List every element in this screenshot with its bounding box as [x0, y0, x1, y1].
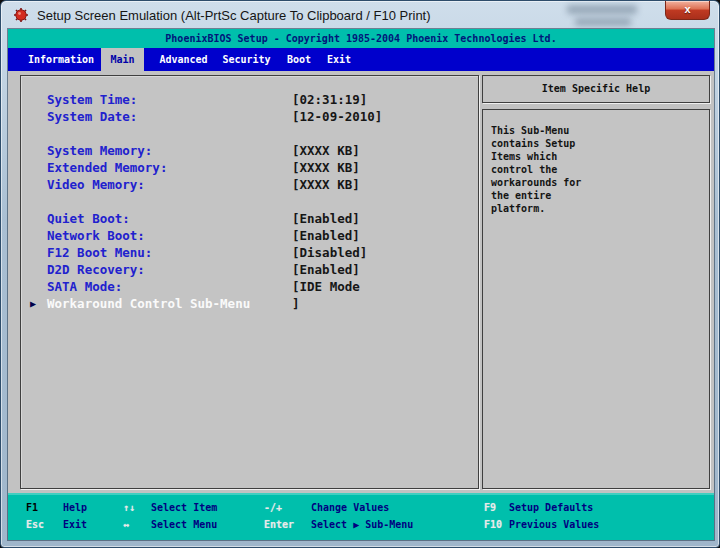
help-text-line: contains Setup [491, 137, 709, 150]
hint-desc: Exit [63, 519, 87, 531]
hint-key: -/+ [264, 502, 282, 514]
field-row-workaround-submenu[interactable]: ▶ Workaround Control Sub-Menu ] [21, 296, 478, 312]
tab-security[interactable]: Security [216, 48, 277, 71]
hint-key: ↔ [123, 519, 129, 531]
field-value: [Disabled] [292, 245, 367, 261]
tab-information[interactable]: Information [18, 48, 104, 71]
help-text-line: control the [491, 163, 709, 176]
emulator-window: Setup Screen Emulation (Alt-PrtSc Captur… [0, 0, 720, 548]
hint-desc: Previous Values [509, 519, 599, 531]
window-title: Setup Screen Emulation (Alt-PrtSc Captur… [37, 8, 431, 23]
field-value: [12-09-2010] [292, 109, 382, 125]
field-label: Video Memory: [47, 177, 145, 193]
field-label: D2D Recovery: [47, 262, 145, 278]
help-panel: Item Specific Help This Sub-Menu contain… [482, 75, 710, 489]
hint-key: F10 [484, 519, 502, 531]
titlebar-ghost-artifact [575, 18, 631, 26]
tab-main[interactable]: Main [101, 48, 144, 71]
field-value: [02:31:19] [292, 92, 367, 108]
submenu-arrow-icon: ▶ [30, 296, 36, 312]
hint-key: ↑↓ [123, 502, 135, 514]
field-label: Extended Memory: [47, 160, 167, 176]
field-row-system-memory[interactable]: System Memory: [XXXX KB] [21, 143, 478, 159]
field-value: [Enabled] [292, 211, 360, 227]
bios-body: System Time: [02:31:19] System Date: [12… [8, 71, 714, 493]
field-row-system-date[interactable]: System Date: [12-09-2010] [21, 109, 478, 125]
close-button[interactable]: x [665, 1, 710, 20]
field-value: [Enabled] [292, 228, 360, 244]
bios-menu-bar: Information Main Advanced Security Boot … [8, 48, 714, 71]
field-row-extended-memory[interactable]: Extended Memory: [XXXX KB] [21, 160, 478, 176]
help-text-line: workarounds for [491, 176, 709, 189]
help-text-line: Items which [491, 150, 709, 163]
field-row-f12-boot-menu[interactable]: F12 Boot Menu: [Disabled] [21, 245, 478, 261]
bios-screen: PhoenixBIOS Setup - Copyright 1985-2004 … [8, 29, 714, 540]
field-label: System Memory: [47, 143, 152, 159]
help-panel-content: This Sub-Menu contains Setup Items which… [482, 109, 710, 489]
field-value: [XXXX KB] [292, 143, 360, 159]
help-panel-title: Item Specific Help [482, 75, 710, 103]
hint-key: Enter [264, 519, 294, 531]
field-label: F12 Boot Menu: [47, 245, 152, 261]
app-icon[interactable] [13, 7, 29, 23]
field-row-quiet-boot[interactable]: Quiet Boot: [Enabled] [21, 211, 478, 227]
field-row-video-memory[interactable]: Video Memory: [XXXX KB] [21, 177, 478, 193]
field-value: [Enabled] [292, 262, 360, 278]
titlebar[interactable]: Setup Screen Emulation (Alt-PrtSc Captur… [1, 1, 719, 29]
field-label: Quiet Boot: [47, 211, 130, 227]
field-row-system-time[interactable]: System Time: [02:31:19] [21, 92, 478, 108]
field-value: ] [292, 296, 300, 312]
hint-desc: Select Menu [151, 519, 217, 531]
titlebar-ghost-artifact [567, 5, 637, 14]
help-text-line: the entire [491, 189, 709, 202]
help-text-line: This Sub-Menu [491, 124, 709, 137]
field-label: Network Boot: [47, 228, 145, 244]
field-label: SATA Mode: [47, 279, 122, 295]
hint-desc: Change Values [311, 502, 389, 514]
hint-desc: Select ▶ Sub-Menu [311, 519, 413, 531]
hint-desc: Select Item [151, 502, 217, 514]
field-value: [IDE Mode [292, 279, 360, 295]
hint-key: Esc [26, 519, 44, 531]
help-text-line: platform. [491, 202, 709, 215]
key-hints-bar: F1 Help ↑↓ Select Item -/+ Change Values… [8, 493, 714, 540]
hint-key: F1 [26, 502, 38, 514]
field-row-d2d-recovery[interactable]: D2D Recovery: [Enabled] [21, 262, 478, 278]
hint-desc: Help [63, 502, 87, 514]
main-settings-panel: System Time: [02:31:19] System Date: [12… [20, 75, 479, 489]
field-label: System Time: [47, 92, 137, 108]
tab-exit[interactable]: Exit [319, 48, 359, 71]
tab-advanced[interactable]: Advanced [152, 48, 215, 71]
field-row-network-boot[interactable]: Network Boot: [Enabled] [21, 228, 478, 244]
field-value: [XXXX KB] [292, 177, 360, 193]
field-label: System Date: [47, 109, 137, 125]
hint-desc: Setup Defaults [509, 502, 593, 514]
field-value: [XXXX KB] [292, 160, 360, 176]
close-icon: x [684, 3, 690, 15]
field-label: Workaround Control Sub-Menu [47, 296, 250, 312]
bios-header-banner: PhoenixBIOS Setup - Copyright 1985-2004 … [8, 29, 714, 48]
hint-key: F9 [484, 502, 496, 514]
tab-boot[interactable]: Boot [279, 48, 319, 71]
field-row-sata-mode[interactable]: SATA Mode: [IDE Mode [21, 279, 478, 295]
